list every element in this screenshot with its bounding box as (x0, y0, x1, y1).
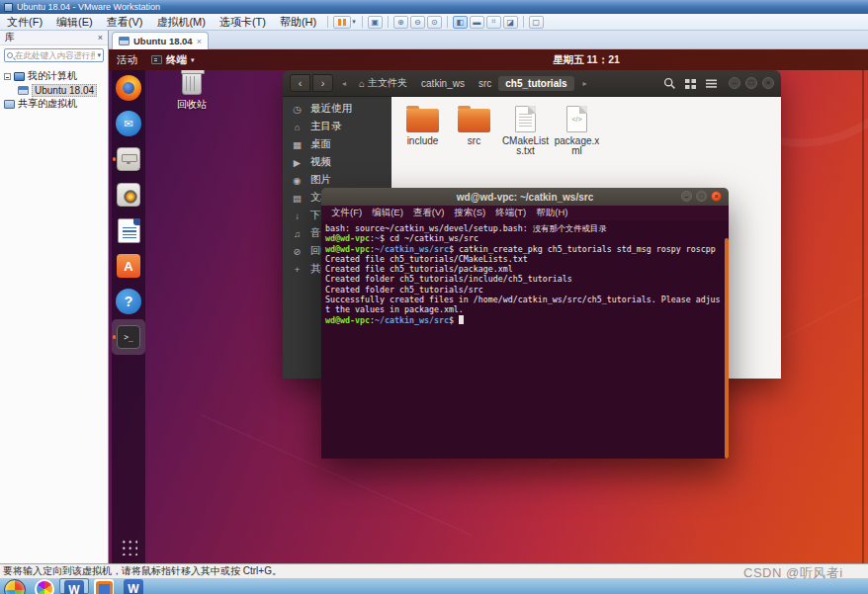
computer-icon (14, 72, 25, 81)
pause-dropdown-caret[interactable]: ▾ (352, 18, 356, 26)
library-panel-toggle-button[interactable]: ◧ (453, 16, 468, 29)
terminal-app-icon (151, 55, 162, 64)
tab-close-icon[interactable]: × (197, 37, 202, 46)
vm-tab-ubuntu[interactable]: Ubuntu 18.04 × (112, 32, 209, 49)
files-header-bar[interactable]: ‹ › ◂ ⌂主文件夹catkin_wssrcch5_tutorials ▸ –… (283, 70, 781, 97)
zoom-out-button[interactable]: ⊖ (410, 16, 425, 29)
file-item-include[interactable]: include (397, 103, 448, 146)
vmware-menu-虚拟机M[interactable]: 虚拟机(M) (149, 14, 213, 31)
file-item-CMakeLists.txt[interactable]: CMakeLists.txt (500, 103, 551, 156)
dock-item-firefox[interactable] (112, 70, 145, 106)
terminal-menu-文件F[interactable]: 文件(F) (326, 207, 367, 219)
minimize-button[interactable]: – (681, 191, 692, 202)
terminal-menu-终端T[interactable]: 终端(T) (490, 207, 531, 219)
toolbar-separator (388, 16, 389, 28)
dock-item-libreoffice-writer[interactable] (112, 212, 145, 248)
dock-item-terminal[interactable]: >_ (112, 319, 145, 355)
sidebar-item-icon: ◉ (292, 175, 303, 186)
view-toggle-icon[interactable] (681, 74, 699, 92)
file-item-package.xml[interactable]: package.xml (552, 103, 602, 156)
app-menu[interactable]: 终端 ▾ (151, 53, 195, 67)
sidebar-item-最近使用[interactable]: ◷最近使用 (283, 100, 391, 118)
taskbar-item-word-2[interactable]: W (119, 578, 148, 594)
path-segment-catkin_ws[interactable]: catkin_ws (414, 76, 472, 91)
file-icon-wrap (515, 103, 536, 132)
tree-item-label: 共享的虚拟机 (18, 97, 77, 111)
thumbnail-bar-button[interactable]: ▬ (470, 16, 484, 29)
library-tree-item[interactable]: 共享的虚拟机 (2, 97, 106, 111)
vmware-menu-选项卡T[interactable]: 选项卡(T) (213, 14, 273, 31)
sidebar-item-label: 视频 (310, 155, 331, 169)
library-close-icon[interactable]: × (98, 33, 103, 42)
show-applications-button[interactable] (120, 538, 137, 555)
file-item-src[interactable]: src (449, 103, 499, 146)
terminal-output[interactable]: bash: source~/catkin_ws/devel/setup.bash… (321, 220, 729, 459)
tree-expander-icon[interactable] (4, 73, 11, 80)
search-dropdown-caret[interactable]: ▾ (97, 51, 101, 59)
snapshot-button[interactable]: ▣ (368, 16, 383, 29)
close-button[interactable]: × (762, 77, 774, 89)
vmware-menu-帮助H[interactable]: 帮助(H) (273, 14, 323, 31)
zoom-in-button[interactable]: ⊕ (393, 16, 408, 29)
console-view-button[interactable]: ▢ (529, 16, 544, 29)
file-icon-wrap (566, 103, 587, 132)
close-button[interactable]: × (711, 191, 722, 202)
dock-item-thunderbird[interactable]: ✉ (112, 106, 145, 141)
maximize-button[interactable]: □ (696, 191, 707, 202)
terminal-menu-编辑E[interactable]: 编辑(E) (367, 207, 408, 219)
dock-item-help[interactable]: ? (112, 284, 145, 319)
fullscreen-button[interactable]: ⌗ (486, 16, 501, 29)
library-search-box[interactable]: ▾ (4, 48, 104, 62)
library-tree-item[interactable]: Ubuntu 18.04 (16, 83, 106, 97)
vmware-menu-查看V[interactable]: 查看(V) (100, 14, 150, 31)
taskbar-item-start[interactable] (0, 578, 30, 594)
app-orange-icon (94, 579, 114, 594)
library-search-input[interactable] (15, 50, 95, 60)
minimize-button[interactable]: – (729, 77, 740, 89)
terminal-menu-查看V[interactable]: 查看(V) (408, 207, 450, 219)
folder-icon (458, 109, 490, 132)
zoom-fit-button[interactable]: ⊙ (427, 16, 442, 29)
path-segment-主文件夹[interactable]: ⌂主文件夹 (352, 74, 414, 92)
path-segment-ch5_tutorials[interactable]: ch5_tutorials (498, 76, 573, 91)
vmware-menu-编辑E[interactable]: 编辑(E) (49, 14, 100, 31)
terminal-menu-搜索S[interactable]: 搜索(S) (449, 207, 490, 219)
sidebar-item-主目录[interactable]: ⌂主目录 (283, 118, 391, 135)
terminal-menu-帮助H[interactable]: 帮助(H) (531, 207, 572, 219)
path-segment-src[interactable]: src (472, 76, 498, 91)
desktop-trash-shortcut[interactable]: 回收站 (170, 71, 214, 112)
wallpaper-edge-line (862, 49, 864, 563)
back-button[interactable]: ‹ (290, 74, 310, 92)
terminal-text-segment: ~/catkin_ws/src (375, 244, 449, 254)
sidebar-item-label: 图片 (310, 173, 331, 187)
sidebar-item-桌面[interactable]: ▦桌面 (283, 135, 391, 153)
vmware-menu-文件F[interactable]: 文件(F) (0, 14, 49, 31)
terminal-titlebar[interactable]: wd@wd-vpc: ~/catkin_ws/src – □ × (321, 188, 729, 206)
clock[interactable]: 星期五 11：21 (532, 53, 641, 67)
taskbar-item-browser[interactable] (30, 578, 59, 594)
hamburger-menu-icon[interactable] (702, 74, 720, 92)
vmware-tab-bar: Ubuntu 18.04 × (109, 31, 868, 49)
path-scroll-left-icon[interactable]: ◂ (342, 79, 346, 88)
sidebar-item-视频[interactable]: ▶视频 (283, 153, 391, 171)
dock-item-rhythmbox[interactable] (112, 177, 145, 212)
unity-mode-button[interactable]: ◪ (503, 16, 518, 29)
taskbar-item-app-orange[interactable] (89, 578, 119, 594)
file-icon-wrap (406, 103, 439, 132)
sidebar-item-图片[interactable]: ◉图片 (283, 171, 391, 189)
library-tree-item[interactable]: 我的计算机 (2, 69, 106, 83)
terminal-scrollbar[interactable] (725, 238, 729, 459)
taskbar-item-word[interactable]: W (59, 578, 89, 594)
path-scroll-right-icon[interactable]: ▸ (583, 79, 587, 88)
maximize-button[interactable]: □ (745, 77, 757, 89)
dock-item-files[interactable] (112, 141, 145, 177)
terminal-window: wd@wd-vpc: ~/catkin_ws/src – □ × 文件(F)编辑… (321, 188, 729, 459)
dock-item-ubuntu-software[interactable]: A (112, 248, 145, 284)
vmware-titlebar[interactable]: Ubuntu 18.04 - VMware Workstation (0, 0, 868, 14)
tree-item-label: Ubuntu 18.04 (32, 84, 97, 97)
pause-vm-button[interactable] (333, 16, 351, 29)
trash-icon (182, 71, 202, 95)
forward-button[interactable]: › (312, 74, 333, 92)
search-icon[interactable] (660, 74, 678, 92)
activities-button[interactable]: 活动 (117, 53, 137, 67)
